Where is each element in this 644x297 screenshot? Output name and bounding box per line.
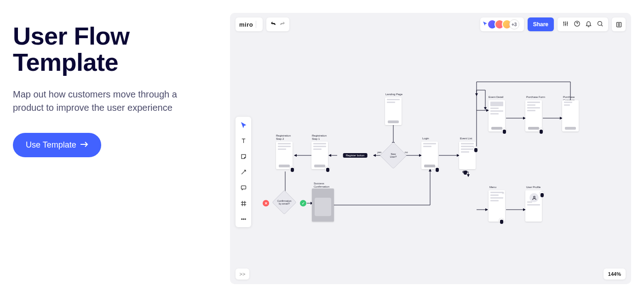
tap-icon [539, 191, 545, 197]
edge-label-register: Register button [343, 153, 368, 158]
node-label-menu: Menu [489, 186, 496, 189]
page-title: User Flow Template [13, 23, 212, 75]
flow-diagram[interactable]: Landing Page New User? no yes Register b… [230, 13, 631, 284]
tap-icon [501, 128, 507, 133]
tap-icon [434, 166, 440, 171]
screen-reg1[interactable] [311, 142, 328, 169]
node-label-login: Login [422, 137, 429, 140]
status-ok-icon: ✓ [300, 200, 306, 206]
screen-purchaseform[interactable] [525, 100, 542, 131]
node-label-landing: Landing Page [385, 93, 402, 96]
node-label-purchaseform: Purchase Form [526, 96, 545, 99]
screen-landing[interactable] [385, 97, 402, 125]
swipe-icon [462, 169, 468, 175]
screen-eventlist[interactable] [459, 142, 476, 169]
decision-confirmation-email[interactable]: Confirmation by email? [272, 190, 297, 215]
decision-confirmation-label: Confirmation by email? [276, 194, 293, 211]
tap-icon [538, 128, 544, 133]
miro-canvas[interactable]: miro +3 Share [230, 13, 631, 284]
decision-new-user-label: New User? [384, 146, 403, 165]
decision-new-user[interactable]: New User? [380, 142, 407, 169]
tap-icon [289, 166, 295, 171]
screen-purchasecomplete[interactable] [562, 100, 579, 131]
user-icon [529, 193, 539, 202]
canvas-container: miro +3 Share [230, 0, 644, 297]
screen-login[interactable] [421, 142, 438, 169]
screen-reg2[interactable] [276, 142, 293, 169]
arrow-right-icon [80, 140, 88, 150]
node-label-eventdetail: Event Detail [489, 96, 503, 99]
node-label-success: Success Confirmation [314, 182, 329, 188]
tap-icon [325, 166, 330, 171]
use-template-button[interactable]: Use Template [13, 133, 101, 157]
node-label-reg1: Registration Step 1 [312, 134, 327, 140]
close-icon: ✕ [501, 191, 506, 195]
status-fail-icon: ✕ [263, 200, 269, 206]
branch-no: no [405, 151, 408, 154]
branch-yes: yes [377, 151, 381, 154]
screen-success[interactable] [312, 188, 334, 222]
promo-panel: User Flow Template Map out how customers… [0, 0, 230, 297]
node-label-userprofile: User Profile [526, 186, 540, 189]
cta-label: Use Template [26, 140, 76, 150]
node-label-reg2: Registration Step 2 [276, 134, 291, 140]
tap-icon [499, 218, 504, 223]
node-label-eventlist: Event List [460, 137, 472, 140]
svg-point-7 [533, 196, 535, 198]
screen-eventdetail[interactable] [489, 100, 505, 131]
page-subtitle: Map out how customers move through a pro… [13, 88, 206, 114]
tap-icon [473, 146, 478, 152]
